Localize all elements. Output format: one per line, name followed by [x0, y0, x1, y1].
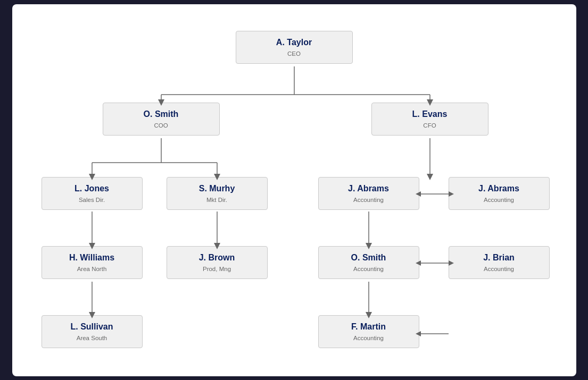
martin-title: Accounting: [353, 335, 384, 341]
sullivan-name: L. Sullivan: [70, 322, 113, 332]
jones-name: L. Jones: [74, 184, 109, 193]
brian-name: J. Brian: [483, 253, 515, 263]
node-martin: F. Martin Accounting: [318, 315, 419, 348]
abrams1-name: J. Abrams: [348, 184, 389, 193]
smith-acc-name: O. Smith: [351, 253, 386, 263]
taylor-title: CEO: [287, 50, 301, 57]
evans-name: L. Evans: [412, 109, 448, 119]
node-abrams1: J. Abrams Accounting: [318, 177, 419, 210]
node-smith-acc: O. Smith Accounting: [318, 246, 419, 279]
node-taylor: A. Taylor CEO: [236, 31, 353, 64]
node-evans: L. Evans CFO: [371, 103, 488, 136]
brown-name: J. Brown: [199, 253, 235, 263]
smith-acc-title: Accounting: [353, 266, 384, 272]
martin-name: F. Martin: [351, 322, 386, 332]
org-chart: A. Taylor CEO O. Smith COO L. Evans CFO …: [23, 20, 566, 360]
brown-title: Prod, Mng: [203, 266, 231, 272]
taylor-name: A. Taylor: [276, 38, 312, 47]
smith-coo-name: O. Smith: [144, 109, 179, 119]
node-brown: J. Brown Prod, Mng: [167, 246, 268, 279]
jones-title: Sales Dir.: [79, 197, 105, 203]
node-smith-coo: O. Smith COO: [103, 103, 220, 136]
murhy-title: Mkt Dir.: [206, 197, 227, 203]
sullivan-title: Area South: [77, 335, 107, 341]
node-abrams2: J. Abrams Accounting: [449, 177, 550, 210]
williams-title: Area North: [77, 266, 107, 272]
abrams2-title: Accounting: [484, 197, 514, 203]
node-brian: J. Brian Accounting: [449, 246, 550, 279]
smith-coo-title: COO: [154, 122, 168, 129]
node-murhy: S. Murhy Mkt Dir.: [167, 177, 268, 210]
williams-name: H. Williams: [69, 253, 114, 263]
brian-title: Accounting: [484, 266, 514, 272]
node-jones: L. Jones Sales Dir.: [42, 177, 143, 210]
abrams2-name: J. Abrams: [478, 184, 519, 193]
evans-title: CFO: [423, 122, 436, 129]
node-sullivan: L. Sullivan Area South: [42, 315, 143, 348]
node-williams: H. Williams Area North: [42, 246, 143, 279]
abrams1-title: Accounting: [353, 197, 384, 203]
murhy-name: S. Murhy: [199, 184, 235, 193]
